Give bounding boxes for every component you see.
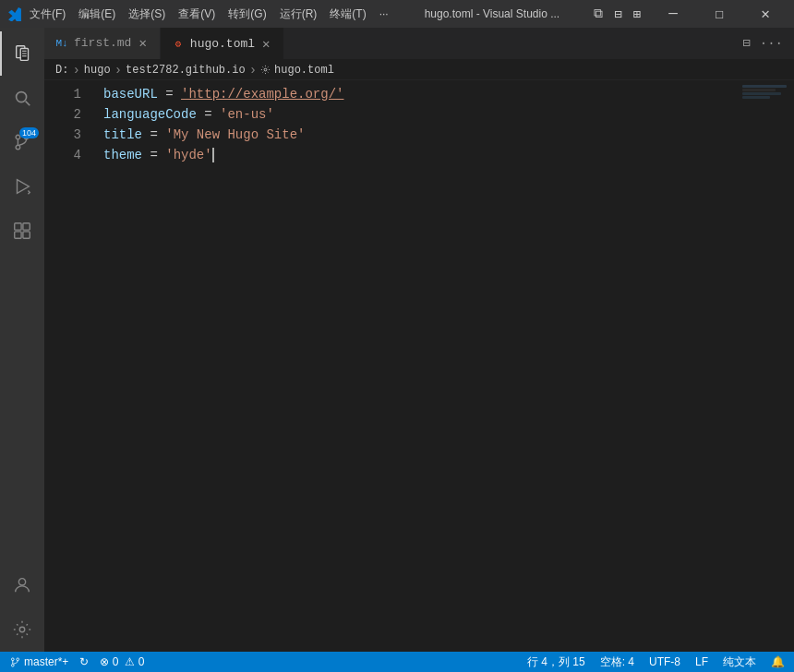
code-line-2: languageCode = 'en-us' bbox=[103, 104, 739, 125]
svg-point-5 bbox=[17, 92, 27, 102]
breadcrumb-repo[interactable]: test2782.github.io bbox=[126, 64, 246, 77]
minimap-line-3 bbox=[742, 92, 781, 95]
svg-point-19 bbox=[11, 664, 14, 666]
git-branch-label: master*+ bbox=[24, 655, 68, 668]
code-line-3: title = 'My New Hugo Site' bbox=[103, 125, 739, 145]
tab-first-md[interactable]: M↓ first.md ✕ bbox=[44, 28, 161, 59]
token-eq-3: = bbox=[142, 125, 165, 145]
encoding-label: UTF-8 bbox=[649, 655, 680, 668]
activity-item-explorer[interactable] bbox=[0, 31, 44, 76]
token-eq-2: = bbox=[197, 104, 220, 125]
account-icon bbox=[12, 575, 32, 595]
menu-terminal[interactable]: 终端(T) bbox=[324, 5, 371, 24]
maximize-button[interactable]: ☐ bbox=[698, 0, 740, 28]
token-val-theme: 'hyde' bbox=[165, 145, 211, 165]
activity-bar: 104 bbox=[0, 28, 44, 652]
bell-icon: 🔔 bbox=[771, 655, 785, 668]
code-line-4: theme = 'hyde' bbox=[103, 145, 739, 165]
svg-rect-13 bbox=[15, 232, 21, 238]
line-num-2: 2 bbox=[44, 104, 81, 125]
svg-rect-14 bbox=[23, 232, 30, 238]
minimize-button[interactable]: — bbox=[652, 0, 694, 28]
settings-icon bbox=[12, 619, 32, 640]
menu-goto[interactable]: 转到(G) bbox=[223, 5, 271, 24]
indentation[interactable]: 空格: 4 bbox=[598, 654, 636, 670]
token-key-theme: theme bbox=[103, 145, 142, 165]
activity-item-extensions[interactable] bbox=[0, 209, 44, 253]
activity-item-search[interactable] bbox=[0, 76, 44, 120]
breadcrumb-sep-2: › bbox=[114, 63, 122, 78]
file-type-label: 纯文本 bbox=[723, 654, 756, 670]
activity-item-run[interactable] bbox=[0, 164, 44, 209]
minimap-line-4 bbox=[742, 96, 770, 99]
code-area[interactable]: baseURL = 'http://example.org/' language… bbox=[89, 80, 739, 652]
token-key-title: title bbox=[103, 125, 142, 145]
layout2-icon[interactable]: ⊞ bbox=[630, 5, 644, 24]
status-left: master*+ ↻ ⊗ 0 ⚠ 0 bbox=[7, 655, 146, 668]
breadcrumb-file[interactable]: hugo.toml bbox=[274, 64, 334, 77]
activity-item-settings[interactable] bbox=[0, 607, 44, 652]
title-bar-actions: ⧉ ⊟ ⊞ bbox=[590, 5, 644, 24]
extensions-icon bbox=[12, 221, 32, 241]
token-val-baseurl: 'http://example.org/' bbox=[181, 84, 343, 104]
errors-count[interactable]: ⊗ 0 ⚠ 0 bbox=[98, 655, 146, 668]
sync-icon: ↻ bbox=[79, 655, 89, 668]
split-editor-button[interactable]: ⊟ bbox=[739, 33, 753, 53]
position-label: 行 4，列 15 bbox=[527, 654, 585, 670]
svg-point-17 bbox=[264, 68, 267, 71]
svg-rect-11 bbox=[15, 223, 21, 230]
file-type[interactable]: 纯文本 bbox=[721, 654, 758, 670]
token-val-lang: 'en-us' bbox=[220, 104, 274, 125]
spaces-label: 空格: 4 bbox=[600, 654, 634, 670]
notifications-button[interactable]: 🔔 bbox=[769, 655, 787, 668]
status-right: 行 4，列 15 空格: 4 UTF-8 LF 纯文本 🔔 bbox=[525, 654, 787, 670]
svg-point-15 bbox=[18, 579, 25, 585]
line-ending[interactable]: LF bbox=[693, 655, 710, 668]
git-branch[interactable]: master*+ bbox=[7, 655, 70, 668]
title-bar: 文件(F) 编辑(E) 选择(S) 查看(V) 转到(G) 运行(R) 终端(T… bbox=[0, 0, 794, 28]
breadcrumb-sep-3: › bbox=[249, 63, 257, 78]
line-num-4: 4 bbox=[44, 145, 81, 165]
breadcrumb-drive[interactable]: D: bbox=[55, 64, 68, 77]
menu-edit[interactable]: 编辑(E) bbox=[73, 5, 121, 24]
menu-select[interactable]: 选择(S) bbox=[123, 5, 171, 24]
svg-point-9 bbox=[16, 145, 20, 150]
md-file-icon: M↓ bbox=[55, 37, 68, 50]
editor-area: M↓ first.md ✕ ⚙ hugo.toml ✕ ⊟ ··· D: › h… bbox=[44, 28, 794, 652]
tab-close-hugo-toml[interactable]: ✕ bbox=[260, 35, 271, 53]
warnings-label: ⚠ 0 bbox=[125, 655, 144, 668]
more-tabs-button[interactable]: ··· bbox=[756, 34, 787, 53]
app-body: 104 bbox=[0, 28, 794, 652]
line-numbers: 1 2 3 4 bbox=[44, 80, 89, 652]
git-branch-icon bbox=[9, 656, 21, 668]
menu-view[interactable]: 查看(V) bbox=[173, 5, 221, 24]
menu-more[interactable]: ··· bbox=[374, 6, 394, 22]
encoding[interactable]: UTF-8 bbox=[647, 655, 682, 668]
status-bar: master*+ ↻ ⊗ 0 ⚠ 0 行 4，列 15 空格: 4 UTF-8 … bbox=[0, 652, 794, 672]
line-num-3: 3 bbox=[44, 125, 81, 145]
activity-item-source-control[interactable]: 104 bbox=[0, 120, 44, 164]
sync-status[interactable]: ↻ bbox=[78, 655, 90, 668]
search-icon bbox=[12, 88, 32, 108]
menu-file[interactable]: 文件(F) bbox=[24, 5, 71, 24]
tab-close-first-md[interactable]: ✕ bbox=[137, 34, 148, 52]
tab-label-hugo-toml: hugo.toml bbox=[190, 37, 255, 51]
menu-run[interactable]: 运行(R) bbox=[274, 5, 323, 24]
split-editor-icon[interactable]: ⧉ bbox=[590, 5, 607, 23]
breadcrumb-hugo[interactable]: hugo bbox=[84, 64, 111, 77]
gear-icon bbox=[260, 65, 271, 75]
svg-rect-12 bbox=[23, 223, 30, 230]
cursor-position[interactable]: 行 4，列 15 bbox=[525, 654, 587, 670]
layout-icon[interactable]: ⊟ bbox=[610, 5, 625, 24]
menu-bar: 文件(F) 编辑(E) 选择(S) 查看(V) 转到(G) 运行(R) 终端(T… bbox=[7, 5, 394, 24]
close-button[interactable]: ✕ bbox=[744, 0, 787, 28]
line-ending-label: LF bbox=[695, 655, 708, 668]
window-title: hugo.toml - Visual Studio ... bbox=[394, 7, 590, 20]
activity-item-account[interactable] bbox=[0, 563, 44, 607]
svg-line-6 bbox=[26, 102, 30, 106]
tabs-bar: M↓ first.md ✕ ⚙ hugo.toml ✕ ⊟ ··· bbox=[44, 28, 794, 60]
token-key-lang: languageCode bbox=[103, 104, 197, 125]
errors-label: ⊗ 0 bbox=[100, 655, 118, 668]
tab-hugo-toml[interactable]: ⚙ hugo.toml ✕ bbox=[161, 28, 284, 59]
token-eq-4: = bbox=[142, 145, 165, 165]
